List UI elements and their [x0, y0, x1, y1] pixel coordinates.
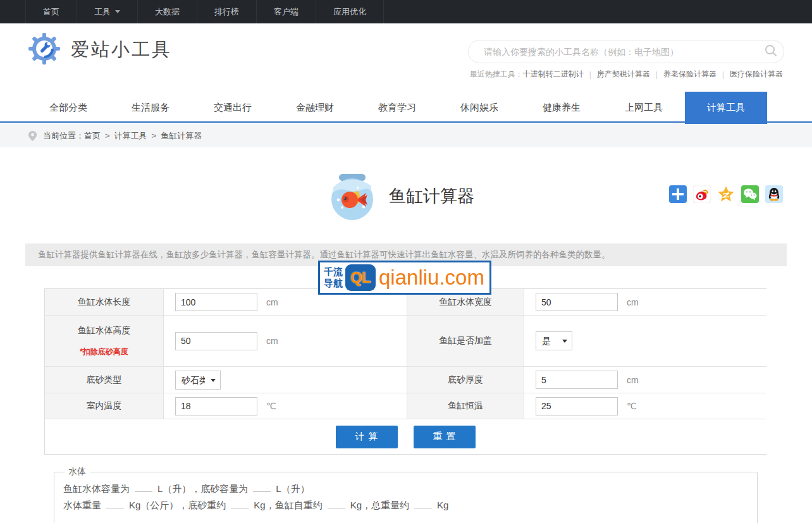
qzone-share-icon[interactable] [717, 185, 735, 203]
breadcrumb-label: 当前位置： [43, 130, 84, 142]
tool-search-box [468, 40, 784, 63]
site-logo[interactable]: 爱站小工具 [28, 32, 172, 68]
sand-thickness-label-cell: 底砂厚度 [407, 366, 524, 393]
location-pin-icon [28, 131, 37, 141]
separator: | [589, 70, 591, 79]
topbar-item-ranking[interactable]: 排行榜 [197, 0, 257, 23]
nav-item-health[interactable]: 健康养生 [520, 92, 603, 124]
result-line-weight: 水体重量Kg（公斤），底砂重约Kg，鱼缸自重约Kg，总重量约Kg [63, 497, 748, 513]
share-bar [669, 185, 783, 203]
calculate-button[interactable]: 计 算 [336, 426, 398, 448]
weibo-share-icon[interactable] [693, 185, 711, 203]
topbar-item-label: 大数据 [155, 6, 180, 18]
topbar-item-app-optimize[interactable]: 应用优化 [316, 0, 384, 23]
topbar-item-tools[interactable]: 工具 [77, 0, 138, 23]
width-value-cell: cm [524, 289, 766, 315]
separator: | [722, 70, 724, 79]
separator: > [105, 131, 110, 140]
cover-value-cell: 是 [524, 315, 766, 366]
search-icon [764, 44, 778, 59]
sand-thickness-input[interactable] [536, 371, 618, 389]
sand-type-value-cell: 砂石类 [163, 366, 407, 393]
breadcrumb-home[interactable]: 首页 [84, 130, 101, 142]
hot-link-decimal-binary[interactable]: 十进制转二进制计 [523, 69, 584, 80]
site-header: 爱站小工具 最近热搜工具： 十进制转二进制计 | 房产契税计算器 | 养老保险计… [0, 23, 812, 92]
result-text: Kg，总重量约 [350, 500, 409, 510]
nav-item-entertainment[interactable]: 休闲娱乐 [438, 92, 520, 124]
length-label-cell: 鱼缸水体长度 [45, 289, 163, 315]
watermark-cn-top: 千流 [324, 266, 343, 278]
result-text: Kg（公斤），底砂重约 [129, 500, 226, 510]
ql-badge-icon: QL [345, 264, 376, 291]
result-legend: 水体 [65, 466, 90, 477]
qq-share-icon[interactable] [765, 185, 783, 203]
tank-temp-input[interactable] [536, 397, 618, 415]
topbar-item-client[interactable]: 客户端 [257, 0, 316, 23]
wechat-share-icon[interactable] [741, 185, 759, 203]
tank-temp-unit: ℃ [627, 401, 637, 411]
result-line-volume: 鱼缸水体容量为L（升），底砂容量为L（升） [63, 481, 748, 496]
search-button[interactable] [758, 40, 784, 63]
room-temp-label: 室内温度 [87, 400, 122, 412]
nav-item-internet-tools[interactable]: 上网工具 [603, 92, 685, 124]
room-temp-label-cell: 室内温度 [45, 393, 163, 419]
hot-link-deed-tax[interactable]: 房产契税计算器 [597, 69, 650, 80]
sand-type-select-wrap: 砂石类 [175, 371, 221, 390]
nav-item-all-categories[interactable]: 全部分类 [27, 92, 109, 124]
top-utility-bar: 首页 工具 大数据 排行榜 客户端 应用优化 [0, 0, 812, 23]
watermark-cn-text: 千流 导航 [324, 266, 343, 289]
room-temp-value-cell: ℃ [163, 393, 407, 419]
fishbowl-icon [328, 172, 376, 220]
nav-item-education[interactable]: 教育学习 [356, 92, 438, 124]
blank-underline [414, 499, 432, 508]
sand-type-select[interactable]: 砂石类 [175, 371, 221, 390]
nav-item-life-services[interactable]: 生活服务 [109, 92, 192, 124]
room-temp-input[interactable] [175, 397, 257, 415]
topbar-item-label: 客户端 [274, 6, 298, 18]
width-unit: cm [627, 297, 639, 307]
result-text: 水体重量 [63, 500, 101, 510]
length-unit: cm [266, 297, 278, 307]
page-title: 鱼缸计算器 [389, 185, 474, 207]
topbar-item-bigdata[interactable]: 大数据 [138, 0, 197, 23]
reset-button[interactable]: 重 置 [414, 426, 476, 448]
length-input[interactable] [175, 293, 257, 311]
hot-link-medical[interactable]: 医疗保险计算器 [730, 69, 783, 80]
nav-item-finance[interactable]: 金融理财 [274, 92, 356, 124]
chevron-down-icon [115, 10, 120, 16]
form-actions: 计 算 重 置 [45, 419, 766, 454]
width-input[interactable] [536, 293, 618, 311]
gear-wrench-logo-icon [28, 32, 61, 68]
blank-underline [231, 499, 249, 508]
share-more-icon[interactable] [669, 185, 687, 203]
topbar-item-label: 工具 [94, 6, 111, 18]
hot-search-label: 最近热搜工具： [470, 69, 523, 80]
tank-temp-value-cell: ℃ [524, 393, 766, 419]
nav-item-transport[interactable]: 交通出行 [192, 92, 274, 124]
qianliu-watermark: 千流 导航 QL qianliu.com [318, 261, 491, 295]
result-text: L（升） [276, 483, 309, 494]
blank-underline [253, 483, 271, 492]
topbar-item-home[interactable]: 首页 [25, 0, 77, 23]
result-text: Kg [437, 500, 448, 510]
length-label: 鱼缸水体长度 [78, 297, 131, 308]
cover-select[interactable]: 是 [536, 331, 572, 350]
height-value-cell: cm [163, 315, 407, 366]
height-note: *扣除底砂高度 [80, 347, 128, 357]
hot-link-pension[interactable]: 养老保险计算器 [663, 69, 717, 80]
cover-label: 鱼缸是否加盖 [439, 335, 492, 347]
room-temp-unit: ℃ [266, 401, 276, 411]
sand-type-label-cell: 底砂类型 [45, 366, 163, 393]
blank-underline [328, 499, 345, 508]
water-result-panel: 水体 鱼缸水体容量为L（升），底砂容量为L（升） 水体重量Kg（公斤），底砂重约… [54, 466, 758, 523]
breadcrumb-calculator-tools[interactable]: 计算工具 [114, 130, 147, 142]
nav-item-calculator-tools[interactable]: 计算工具 [685, 92, 767, 124]
category-nav: 全部分类 生活服务 交通出行 金融理财 教育学习 休闲娱乐 健康养生 上网工具 … [0, 92, 812, 123]
height-label: 鱼缸水体高度 [78, 325, 131, 336]
blank-underline [135, 483, 152, 492]
height-label-cell: 鱼缸水体高度 *扣除底砂高度 [45, 315, 163, 366]
height-unit: cm [266, 336, 278, 346]
result-text: L（升），底砂容量为 [157, 483, 248, 494]
height-input[interactable] [175, 332, 257, 350]
search-input[interactable] [469, 47, 758, 57]
